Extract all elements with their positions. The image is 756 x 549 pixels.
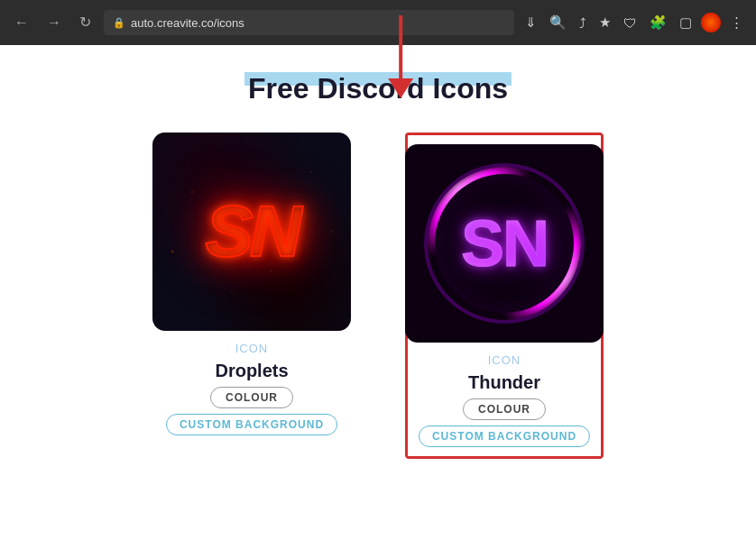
browser-chrome: ← → ↻ 🔒 auto.creavite.co/icons ⇓ 🔍 ⤴ ★ 🛡… (0, 0, 756, 45)
droplets-name: Droplets (215, 361, 288, 381)
thunder-type-label: ICON (488, 353, 521, 367)
page-content: Free Discord Icons SN ICON Droplets COLO… (0, 45, 756, 495)
arrow-annotation (388, 15, 413, 98)
forward-button[interactable]: → (41, 12, 67, 33)
thunder-colour-button[interactable]: COLOUR (463, 398, 546, 420)
puzzle-icon[interactable]: 🧩 (646, 11, 670, 34)
shield-icon[interactable]: 🛡 (620, 12, 641, 34)
icons-container: SN ICON Droplets COLOUR CUSTOM BACKGROUN… (152, 133, 604, 459)
menu-icon[interactable]: ⋮ (726, 11, 747, 34)
icon-card-droplets: SN ICON Droplets COLOUR CUSTOM BACKGROUN… (152, 133, 351, 435)
url-text: auto.creavite.co/icons (131, 16, 244, 30)
reload-button[interactable]: ↻ (74, 12, 97, 33)
arrow-head (388, 78, 413, 98)
thunder-bg: SN (405, 144, 604, 343)
share-icon[interactable]: ⤴ (576, 12, 590, 34)
lock-icon: 🔒 (113, 17, 125, 29)
zoom-icon[interactable]: 🔍 (546, 11, 570, 34)
thunder-name: Thunder (468, 372, 540, 393)
droplets-custom-bg-button[interactable]: CUSTOM BACKGROUND (166, 414, 337, 435)
bookmark-icon[interactable]: ★ (595, 11, 614, 34)
droplets-type-label: ICON (235, 342, 269, 355)
droplets-bg: SN (152, 133, 351, 331)
toolbar-icons: ⇓ 🔍 ⤴ ★ 🛡 🧩 ▢ ⋮ (521, 11, 747, 34)
arrow-line (399, 15, 402, 78)
thunder-custom-bg-button[interactable]: CUSTOM BACKGROUND (419, 425, 590, 447)
window-icon[interactable]: ▢ (676, 11, 696, 34)
droplets-colour-button[interactable]: COLOUR (210, 387, 293, 408)
droplets-image[interactable]: SN (152, 133, 351, 331)
droplets-text: SN (205, 190, 298, 273)
thunder-image[interactable]: SN (405, 144, 604, 343)
icon-card-thunder: SN ICON Thunder COLOUR CUSTOM BACKGROUND (405, 133, 604, 459)
page-title: Free Discord Icons (244, 72, 512, 105)
address-bar[interactable]: 🔒 auto.creavite.co/icons (104, 10, 514, 35)
back-button[interactable]: ← (9, 12, 34, 33)
thunder-text: SN (461, 206, 548, 280)
profile-icon[interactable] (701, 13, 721, 32)
download-icon[interactable]: ⇓ (521, 11, 540, 34)
